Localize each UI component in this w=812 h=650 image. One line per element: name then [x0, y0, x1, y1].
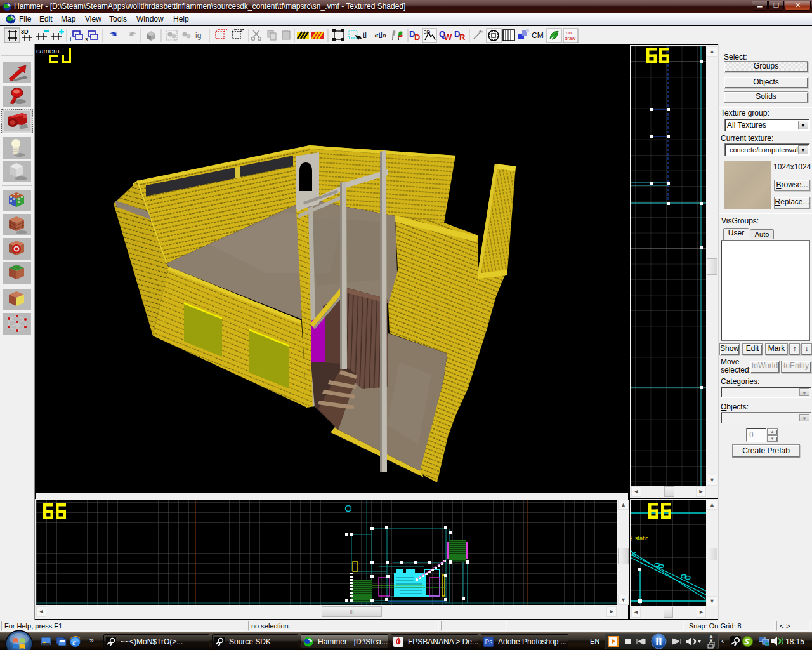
svg-text:tl: tl [363, 31, 367, 40]
svg-text:}_static: }_static [631, 535, 649, 541]
svg-text:R: R [459, 32, 466, 42]
svg-text:L: L [70, 36, 73, 43]
svg-text:CM: CM [532, 31, 544, 40]
svg-text:no: no [566, 30, 572, 36]
svg-text:s: s [85, 36, 88, 43]
svg-text:D: D [414, 32, 420, 42]
svg-text:W: W [444, 32, 452, 42]
svg-text:camera: camera [36, 47, 60, 55]
svg-text:Ps: Ps [485, 639, 493, 646]
svg-text:draw: draw [565, 36, 576, 41]
svg-text:e: e [72, 637, 76, 647]
svg-text:ig: ig [195, 31, 201, 40]
svg-text:«tl»: «tl» [374, 31, 387, 40]
svg-text:3D: 3D [21, 29, 29, 35]
